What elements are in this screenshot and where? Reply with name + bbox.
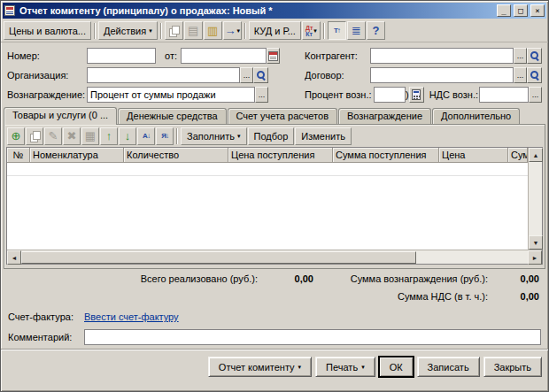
- vat-reward-input[interactable]: [479, 87, 529, 103]
- vat-reward-label: НДС возн.:: [429, 89, 479, 100]
- structure-icon: Т↑: [334, 25, 340, 36]
- organization-select-button[interactable]: ...: [240, 67, 253, 83]
- copy-row-button[interactable]: [26, 127, 43, 145]
- help-icon: ?: [372, 24, 379, 37]
- sort-descending-icon: Я↓: [161, 132, 168, 140]
- organization-input[interactable]: [87, 67, 240, 83]
- column-header-nomenclature[interactable]: Номенклатура: [30, 148, 124, 163]
- window-title: Отчет комитенту (принципалу) о продажах:…: [18, 5, 494, 16]
- reports-button[interactable]: ▥: [204, 21, 222, 40]
- table-header: № Номенклатура Количество Цена поступлен…: [7, 148, 528, 163]
- minimize-button[interactable]: _: [497, 4, 511, 17]
- column-header-receipt-price[interactable]: Цена поступления: [228, 148, 333, 163]
- dtkt-postings-button[interactable]: Дт Кт ▾: [302, 21, 321, 40]
- chevron-down-icon: ▾: [236, 27, 240, 34]
- column-header-sum[interactable]: Сумма: [508, 148, 528, 163]
- sort-ascending-button[interactable]: А↓: [137, 127, 155, 145]
- move-down-button[interactable]: ↓: [119, 127, 136, 145]
- tab-money[interactable]: Денежные средства: [118, 108, 226, 124]
- edit-row-button[interactable]: ✎: [44, 127, 62, 145]
- invoice-label: Счет-фактура:: [8, 311, 84, 322]
- reward-percent-input[interactable]: [374, 87, 406, 103]
- change-button[interactable]: Изменить: [295, 127, 352, 145]
- contract-open-button[interactable]: [527, 67, 542, 83]
- maximize-button[interactable]: □: [514, 4, 528, 17]
- total-sold-value: 0,00: [262, 273, 313, 284]
- toolbar-separator: [160, 23, 162, 39]
- sort-descending-button[interactable]: Я↓: [156, 127, 174, 145]
- tab-settlement-account[interactable]: Счет учета расчетов: [228, 108, 337, 124]
- report-committent-button[interactable]: Отчет комитенту ▾: [208, 357, 312, 377]
- close-window-button[interactable]: Закрыть: [483, 357, 542, 377]
- column-header-price[interactable]: Цена: [439, 148, 508, 163]
- calendar-button[interactable]: [267, 48, 280, 64]
- column-header-receipt-sum[interactable]: Сумма поступления: [333, 148, 439, 163]
- reward-select-button[interactable]: ...: [255, 87, 268, 103]
- tab-reward[interactable]: Вознаграждение: [338, 108, 431, 124]
- copy-document-button[interactable]: [165, 21, 183, 40]
- scroll-right-button[interactable]: ►: [528, 250, 542, 265]
- fill-button[interactable]: Заполнить ▾: [181, 127, 247, 145]
- table-row[interactable]: [7, 163, 528, 176]
- tab-goods-services[interactable]: Товары и услуги (0 ...: [4, 107, 117, 125]
- list-settings-button[interactable]: ≣: [347, 21, 366, 40]
- horizontal-scrollbar[interactable]: ◄ ►: [7, 250, 542, 264]
- add-row-button[interactable]: ⊕: [7, 127, 25, 145]
- save-button[interactable]: Записать: [417, 357, 480, 377]
- end-edit-button[interactable]: ▦: [81, 127, 99, 145]
- prices-currency-button[interactable]: Цены и валюта...: [4, 21, 91, 40]
- goods-services-panel: ⊕ ✎ ✖ ▦ ↑ ↓ А↓ Я↓ Заполнить ▾ Подбор Изм…: [4, 124, 545, 269]
- enter-invoice-link[interactable]: Ввести счет-фактуру: [84, 311, 179, 322]
- copy-icon: [169, 26, 179, 36]
- number-input[interactable]: [87, 48, 156, 64]
- close-button[interactable]: ×: [530, 4, 545, 17]
- reward-type-input[interactable]: [87, 87, 255, 103]
- scroll-left-button[interactable]: ◄: [7, 250, 21, 265]
- vertical-scrollbar[interactable]: ▲ ▼: [528, 148, 542, 250]
- counterparty-group: Контрагент: ...: [305, 48, 542, 64]
- form-row-1: Номер: от: Контрагент: ...: [1, 46, 548, 65]
- print-button[interactable]: Печать ▾: [315, 357, 375, 377]
- help-button[interactable]: ?: [367, 21, 385, 40]
- table-view-button[interactable]: ▤: [184, 21, 203, 40]
- horizontal-scroll-thumb[interactable]: [21, 251, 416, 264]
- vat-select-button[interactable]: ...: [529, 87, 542, 103]
- move-up-button[interactable]: ↑: [100, 127, 118, 145]
- vertical-scroll-track[interactable]: [529, 162, 542, 235]
- actions-button[interactable]: Действия ▾: [98, 21, 158, 40]
- calculator-button[interactable]: [409, 87, 424, 103]
- scroll-down-button[interactable]: ▼: [529, 235, 543, 250]
- tab-additional[interactable]: Дополнительно: [432, 108, 520, 124]
- pencil-icon: ✎: [49, 130, 58, 142]
- contract-input[interactable]: [370, 67, 514, 83]
- counterparty-input[interactable]: [370, 48, 514, 64]
- reports-icon: ▥: [207, 25, 218, 36]
- counterparty-select-button[interactable]: ...: [514, 48, 527, 64]
- horizontal-scroll-track[interactable]: [21, 250, 528, 264]
- chevron-down-icon: ▾: [149, 27, 152, 34]
- column-header-quantity[interactable]: Количество: [124, 148, 228, 163]
- report-committent-label: Отчет комитенту: [219, 362, 295, 373]
- table-body[interactable]: [7, 163, 528, 250]
- sort-ascending-icon: А↓: [143, 132, 150, 140]
- date-input[interactable]: [181, 48, 267, 64]
- pick-button[interactable]: Подбор: [248, 127, 295, 145]
- vat-sum-label: Сумма НДС (в т. ч.):: [329, 291, 488, 302]
- comment-input[interactable]: [84, 329, 541, 345]
- structure-button[interactable]: Т↑: [328, 21, 346, 40]
- delete-row-button[interactable]: ✖: [63, 127, 81, 145]
- grid-toolbar: ⊕ ✎ ✖ ▦ ↑ ↓ А↓ Я↓ Заполнить ▾ Подбор Изм…: [4, 125, 545, 147]
- counterparty-open-button[interactable]: [527, 48, 542, 64]
- kud-button[interactable]: КУД и Р...: [249, 21, 301, 40]
- scroll-up-button[interactable]: ▲: [529, 148, 543, 162]
- go-to-button[interactable]: → ▾: [223, 21, 242, 40]
- magnifier-icon: [530, 50, 540, 61]
- ok-button[interactable]: ОК: [379, 357, 414, 377]
- vat-sum-value: 0,00: [490, 291, 539, 302]
- organization-open-button[interactable]: [253, 67, 268, 83]
- app-window: Отчет комитенту (принципалу) о продажах:…: [0, 0, 549, 392]
- contract-select-button[interactable]: ...: [514, 67, 527, 83]
- delete-icon: ✖: [67, 130, 77, 142]
- toolbar-separator: [244, 23, 246, 39]
- column-header-number[interactable]: №: [7, 148, 30, 163]
